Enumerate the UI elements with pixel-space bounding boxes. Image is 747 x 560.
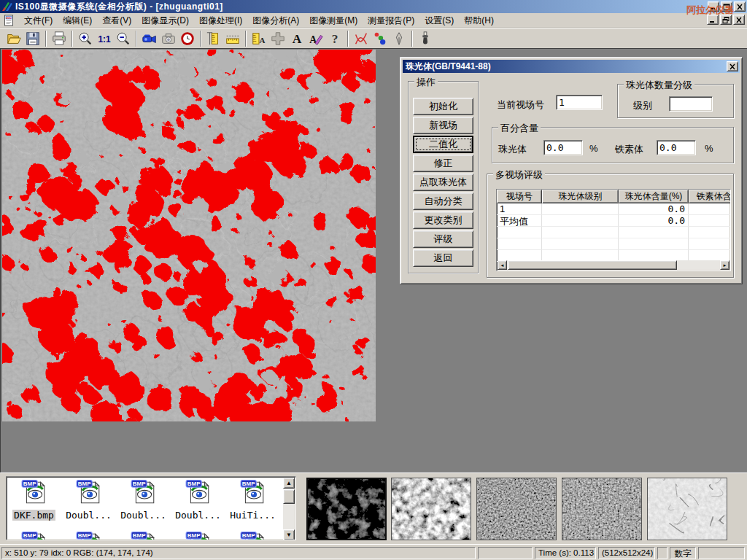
table-cell bbox=[542, 203, 619, 215]
open-icon[interactable] bbox=[4, 30, 23, 47]
svg-text:BMP: BMP bbox=[77, 481, 90, 487]
zoom-in-icon[interactable] bbox=[76, 30, 95, 47]
dialog-button-5[interactable]: 点取珠光体 bbox=[413, 174, 473, 191]
table-header-3[interactable]: 珠光体含量(%) bbox=[619, 190, 689, 203]
thumbnail-1[interactable] bbox=[306, 478, 387, 540]
file-item-4[interactable]: BMPDoubl... bbox=[171, 479, 225, 521]
table-cell bbox=[542, 227, 619, 238]
app-icon bbox=[1, 1, 13, 12]
dialog-close-button[interactable] bbox=[727, 61, 738, 71]
file-list-scrollbar[interactable]: ▲ ▼ bbox=[283, 478, 295, 540]
dialog-button-9[interactable]: 返回 bbox=[413, 249, 473, 267]
svg-text:BMP: BMP bbox=[187, 532, 200, 539]
table-scroll-thumb[interactable] bbox=[508, 260, 677, 270]
file-item-row2-2[interactable]: BMP bbox=[61, 531, 116, 540]
svg-text:DOC: DOC bbox=[6, 16, 12, 19]
dialog-button-8[interactable]: 评级 bbox=[413, 230, 473, 248]
status-empty-3 bbox=[698, 547, 745, 559]
menu-item-2[interactable]: 编辑(E) bbox=[58, 14, 97, 27]
print-icon[interactable] bbox=[50, 30, 69, 47]
dialog-button-7[interactable]: 更改类别 bbox=[413, 211, 473, 229]
table-hscrollbar[interactable]: ◄ ► bbox=[498, 260, 729, 270]
file-item-1[interactable]: BMPDKF.bmp bbox=[7, 479, 61, 521]
file-item-3[interactable]: BMPDoubl... bbox=[116, 479, 171, 521]
file-item-row2-4[interactable]: BMP bbox=[171, 531, 225, 540]
dialog-button-3[interactable]: 二值化 bbox=[413, 136, 473, 153]
pearlite-input[interactable]: 0.0 bbox=[543, 140, 583, 155]
actual-size-icon[interactable]: 1:1 bbox=[95, 30, 114, 47]
svg-text:A: A bbox=[260, 36, 266, 44]
pen-icon[interactable] bbox=[390, 30, 409, 47]
table-cell bbox=[542, 238, 619, 250]
menu-item-10[interactable]: 帮助(H) bbox=[459, 14, 499, 27]
svg-text:BMP: BMP bbox=[187, 481, 200, 487]
thumbnail-5[interactable] bbox=[647, 478, 727, 540]
file-item-row2-3[interactable]: BMP bbox=[116, 531, 171, 540]
pearlite-percent-sign: % bbox=[589, 143, 598, 154]
table-row: 10.0 bbox=[497, 203, 730, 215]
mdi-close-button[interactable] bbox=[733, 15, 745, 25]
camera-icon[interactable] bbox=[159, 30, 178, 47]
table-row bbox=[497, 227, 730, 238]
menu-item-9[interactable]: 设置(S) bbox=[419, 14, 459, 27]
file-item-5[interactable]: BMPHuiTi... bbox=[225, 479, 280, 521]
toolbar-separator bbox=[71, 31, 73, 47]
scroll-up-icon[interactable]: ▲ bbox=[283, 478, 295, 489]
window-title: IS100显微摄像系统(金相分析版) - [zhuguangti01] bbox=[15, 1, 223, 13]
help-icon[interactable]: ? bbox=[325, 30, 344, 47]
text-icon[interactable]: A bbox=[287, 30, 306, 47]
dialog-button-2[interactable]: 新视场 bbox=[413, 117, 473, 134]
thumbnail-3[interactable] bbox=[476, 478, 557, 540]
grade-input[interactable] bbox=[669, 96, 713, 112]
menu-item-1[interactable]: 文件(F) bbox=[19, 14, 58, 27]
clock-icon[interactable] bbox=[178, 30, 197, 47]
dialog-button-4[interactable]: 修正 bbox=[413, 155, 473, 172]
menu-item-4[interactable]: 图像显示(D) bbox=[136, 14, 194, 27]
toolbar-separator bbox=[245, 31, 247, 47]
save-icon[interactable] bbox=[23, 30, 42, 47]
scroll-left-icon[interactable]: ◄ bbox=[498, 260, 507, 270]
move-cross-icon[interactable] bbox=[268, 30, 287, 47]
ferrite-input[interactable]: 0.0 bbox=[657, 140, 696, 155]
count-points-icon[interactable] bbox=[371, 30, 390, 47]
curve-icon[interactable] bbox=[352, 30, 371, 47]
ruler-horizontal-icon[interactable] bbox=[223, 30, 242, 47]
brush-icon[interactable] bbox=[416, 30, 435, 47]
menu-item-5[interactable]: 图像处理(I) bbox=[194, 14, 247, 27]
svg-text:BMP: BMP bbox=[77, 532, 90, 539]
scroll-down-icon[interactable]: ▼ bbox=[283, 529, 295, 540]
status-size: (512x512x24) bbox=[598, 547, 655, 559]
table-cell bbox=[619, 227, 689, 238]
thumbnail-4[interactable] bbox=[562, 478, 642, 540]
close-button[interactable] bbox=[734, 1, 746, 12]
toolbar-separator bbox=[45, 31, 47, 47]
table-header-4[interactable]: 铁素体含量(%) bbox=[689, 190, 731, 203]
dialog-button-6[interactable]: 自动分类 bbox=[413, 192, 473, 210]
document-icon[interactable]: DOC bbox=[3, 15, 15, 26]
current-field-input[interactable]: 1 bbox=[556, 95, 603, 110]
ruler-vertical-icon[interactable] bbox=[204, 30, 223, 47]
micrograph-image[interactable] bbox=[2, 50, 376, 421]
zoom-out-icon[interactable] bbox=[114, 30, 133, 47]
file-item-2[interactable]: BMPDoubl... bbox=[61, 479, 116, 521]
menu-bar: DOC 文件(F)编辑(E)查看(V)图像显示(D)图像处理(I)图像分析(A)… bbox=[0, 13, 747, 28]
scroll-right-icon[interactable]: ► bbox=[720, 260, 729, 270]
table-header-2[interactable]: 珠光体级别 bbox=[542, 190, 619, 203]
table-header-1[interactable]: 视场号 bbox=[497, 190, 542, 203]
file-item-row2-5[interactable]: BMP bbox=[225, 531, 280, 540]
file-item-row2-1[interactable]: BMP bbox=[7, 531, 61, 540]
calibrate-icon[interactable]: A bbox=[249, 30, 268, 47]
thumbnail-2[interactable] bbox=[391, 478, 471, 540]
dialog-button-1[interactable]: 初始化 bbox=[413, 98, 473, 115]
svg-text:BMP: BMP bbox=[23, 481, 36, 487]
menu-item-3[interactable]: 查看(V) bbox=[97, 14, 136, 27]
status-position: x: 510 y: 79 idx: 0 RGB: (174, 174, 174) bbox=[1, 547, 476, 559]
menu-item-7[interactable]: 图像测量(M) bbox=[304, 14, 363, 27]
grade-group: 珠光体数量分级 级别 bbox=[617, 84, 734, 118]
menu-item-8[interactable]: 测量报告(P) bbox=[363, 14, 419, 27]
edit-text-icon[interactable]: A bbox=[306, 30, 325, 47]
ferrite-percent-sign: % bbox=[705, 143, 713, 154]
video-camera-icon[interactable] bbox=[140, 30, 159, 47]
menu-item-6[interactable]: 图像分析(A) bbox=[247, 14, 304, 27]
scroll-thumb[interactable] bbox=[283, 489, 295, 504]
